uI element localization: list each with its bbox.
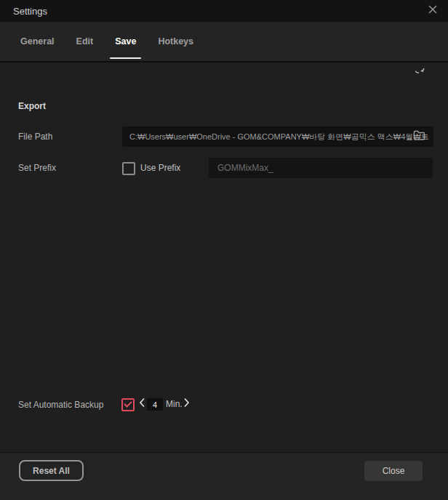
tab-edit[interactable]: Edit: [74, 22, 96, 61]
use-prefix-label[interactable]: Use Prefix: [140, 158, 180, 178]
use-prefix-checkbox[interactable]: [122, 162, 135, 175]
reset-tab-button[interactable]: [415, 69, 431, 85]
title-bar: Settings: [0, 0, 448, 22]
auto-backup-label: Set Automatic Backup: [18, 397, 103, 413]
chevron-right-icon: [183, 398, 190, 411]
folder-icon: [413, 130, 425, 144]
backup-minutes-value[interactable]: 4: [147, 398, 163, 411]
close-button[interactable]: [424, 3, 441, 19]
chevron-left-icon: [139, 398, 145, 411]
file-path-field[interactable]: C:₩Users₩user₩OneDrive - GOM&COMPANY₩바탕 …: [122, 126, 433, 147]
backup-minutes-decrease-button[interactable]: [137, 398, 147, 410]
tab-hotkeys[interactable]: Hotkeys: [156, 22, 196, 61]
close-dialog-button[interactable]: Close: [364, 461, 423, 481]
prefix-input-value: GOMMixMax_: [217, 163, 273, 173]
file-path-value: C:₩Users₩user₩OneDrive - GOM&COMPANY₩바탕 …: [129, 132, 429, 142]
backup-minutes-unit: Min.: [166, 396, 183, 412]
tab-general[interactable]: General: [18, 22, 57, 61]
prefix-input[interactable]: GOMMixMax_: [209, 158, 433, 178]
file-path-label: File Path: [18, 126, 52, 147]
backup-minutes-increase-button[interactable]: [181, 398, 191, 410]
dialog-title: Settings: [13, 6, 47, 17]
browse-folder-button[interactable]: [411, 130, 427, 143]
auto-backup-checkbox[interactable]: [121, 398, 135, 411]
footer-bar: Reset All Close: [0, 452, 448, 500]
reset-all-button[interactable]: Reset All: [19, 460, 84, 481]
reset-icon: [415, 68, 430, 86]
settings-dialog: Settings General Edit Save Hotkeys Expor…: [0, 0, 448, 500]
close-icon: [428, 4, 438, 17]
export-section-heading: Export: [18, 101, 46, 111]
set-prefix-label: Set Prefix: [18, 158, 56, 178]
tab-bar: General Edit Save Hotkeys: [0, 22, 448, 62]
tab-save[interactable]: Save: [113, 22, 138, 61]
